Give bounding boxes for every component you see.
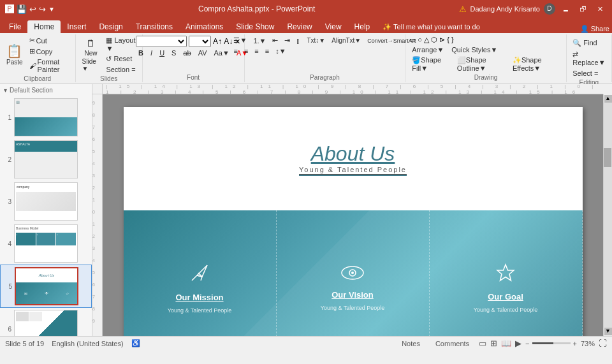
text-direction-button[interactable]: Txt↕▼ [304, 36, 328, 45]
columns-button[interactable]: ⫿ [294, 36, 303, 45]
reading-view-button[interactable]: 📖 [501, 339, 511, 348]
slide-item-2[interactable]: 2 ASHALTA [0, 138, 92, 180]
select-button[interactable]: Select = [570, 69, 608, 78]
shape-outline-button[interactable]: ⬜Shape Outline▼ [455, 55, 507, 73]
tab-slideshow[interactable]: Slide Show [229, 20, 280, 33]
restore-btn[interactable]: 🗗 [576, 4, 590, 14]
slide-item-5[interactable]: 5 About Us ✉ 👁 ☆ [0, 265, 92, 308]
tab-transitions[interactable]: Transitions [129, 20, 179, 33]
slides-buttons: 🗒 New Slide ▼ ▦ Layout ▼ ↺ Reset Section… [80, 36, 138, 74]
minimize-btn[interactable]: 🗕 [559, 4, 572, 14]
customize-icon[interactable]: ▼ [48, 6, 55, 13]
align-text-button[interactable]: AlignTxt▼ [329, 36, 363, 45]
tab-design[interactable]: Design [92, 20, 129, 33]
font-size-select[interactable] [189, 36, 211, 47]
slide-subtitle[interactable]: Young & Talented People [299, 166, 407, 176]
slide-item-3[interactable]: 3 company [0, 180, 92, 222]
cut-button[interactable]: ✂ Cut [27, 36, 71, 45]
tab-tell-me[interactable]: ✨ Tell me what you want to do [376, 21, 486, 33]
tab-insert[interactable]: Insert [61, 20, 92, 33]
copy-button[interactable]: ⊞ Copy [27, 47, 71, 56]
shadow-button[interactable]: S [169, 48, 178, 57]
zoom-out-button[interactable]: − [525, 340, 529, 347]
spacing-button[interactable]: AV [196, 48, 210, 57]
normal-view-button[interactable]: ▭ [479, 339, 486, 348]
copy-icon: ⊞ [29, 47, 35, 55]
tab-file[interactable]: File [3, 20, 27, 33]
status-bar: Slide 5 of 19 English (United States) ♿ … [0, 336, 612, 350]
increase-font-button[interactable]: A↑ [213, 37, 222, 46]
underline-button[interactable]: U [157, 48, 167, 57]
scroll-down-button[interactable]: ▼ [604, 328, 612, 335]
zoom-slider[interactable] [532, 342, 571, 344]
slide-item-1[interactable]: 1 🏢 [0, 96, 92, 138]
bullets-button[interactable]: ☰▼ [231, 36, 249, 45]
arrange-button[interactable]: Arrange▼ [409, 45, 446, 54]
zoom-level-label[interactable]: 73% [581, 340, 595, 347]
align-right-button[interactable]: ≡ [252, 47, 261, 55]
slide-thumb-1: 🏢 [14, 98, 78, 136]
slide-sorter-button[interactable]: ⊞ [490, 339, 497, 348]
tab-review[interactable]: Review [280, 20, 318, 33]
scroll-up-button[interactable]: ▲ [604, 95, 612, 103]
layout-button[interactable]: ▦ Layout ▼ [103, 36, 138, 53]
align-left-button[interactable]: ≡ [231, 47, 240, 55]
justify-button[interactable]: ≡ [263, 47, 272, 55]
bold-button[interactable]: B [136, 48, 146, 57]
scroll-thumb[interactable] [604, 148, 611, 167]
canvas-with-ruler: | 15 | 14 | 13 | 12 | 11 | 10 | 9 | 8 | … [92, 84, 612, 336]
format-painter-icon: 🖌 [29, 62, 36, 69]
section-button[interactable]: Section = [103, 65, 138, 74]
slide-thumb-6 [14, 310, 78, 336]
format-painter-button[interactable]: 🖌 Format Painter [27, 57, 71, 74]
slide-title[interactable]: About Us [311, 142, 395, 166]
canvas-scroll[interactable]: + About Us Young & Talented People [103, 94, 603, 336]
decrease-indent-button[interactable]: ⇤ [270, 36, 280, 45]
comments-button[interactable]: Comments [430, 339, 475, 349]
shape-effects-button[interactable]: ✨Shape Effects▼ [510, 55, 562, 73]
tab-home[interactable]: Home [27, 20, 61, 33]
goal-heading[interactable]: Our Goal [488, 292, 523, 302]
reset-button[interactable]: ↺ Reset [103, 54, 138, 64]
increase-indent-button[interactable]: ⇥ [282, 36, 293, 45]
vertical-scrollbar[interactable]: ▲ ▼ [603, 94, 612, 336]
canvas-main-row: 9 8 7 6 5 4 3 2 1 0 1 2 3 4 5 6 7 [92, 94, 612, 336]
numbering-button[interactable]: 1.▼ [251, 36, 268, 45]
new-slide-button[interactable]: 🗒 New Slide ▼ [80, 37, 103, 73]
case-button[interactable]: Aa▼ [212, 48, 232, 57]
scroll-track[interactable] [604, 103, 612, 328]
tab-animations[interactable]: Animations [179, 20, 229, 33]
slides-group: 🗒 New Slide ▼ ▦ Layout ▼ ↺ Reset Section… [76, 34, 143, 82]
replace-button[interactable]: ⇄ Replace▼ [570, 50, 608, 67]
shape-fill-button[interactable]: 🪣Shape Fill▼ [409, 55, 452, 73]
font-family-select[interactable] [136, 36, 187, 47]
find-button[interactable]: 🔍 Find [570, 38, 608, 48]
paste-button[interactable]: 📋 Paste [4, 43, 26, 67]
center-button[interactable]: ≡ [242, 47, 251, 55]
slide-item-4[interactable]: 4 Business Model ▪ ▪ ▪ [0, 222, 92, 265]
share-icon[interactable]: 👤 Share [580, 25, 609, 33]
tab-help[interactable]: Help [348, 20, 377, 33]
notes-button[interactable]: Notes [396, 339, 426, 349]
line-spacing-button[interactable]: ↕▼ [273, 47, 288, 55]
slide-item-6[interactable]: 6 [0, 308, 92, 336]
accessibility-icon: ♿ [131, 339, 140, 347]
tab-view[interactable]: View [319, 20, 348, 33]
italic-button[interactable]: I [148, 48, 155, 57]
vision-heading[interactable]: Our Vision [332, 290, 374, 300]
editing-group: 🔍 Find ⇄ Replace▼ Select = Editing [567, 34, 612, 82]
save-icon[interactable]: 💾 [17, 4, 27, 14]
ruler-scroll-corner [603, 84, 612, 94]
mission-heading[interactable]: Our Mission [175, 293, 223, 302]
strikethrough-button[interactable]: ab [180, 48, 193, 57]
fit-button[interactable]: ⛶ [599, 339, 607, 348]
title-bar-right: ⚠ Dadang Andy Krisanto D 🗕 🗗 ✕ [459, 3, 607, 15]
slide-thumb-5: About Us ✉ 👁 ☆ [15, 267, 78, 305]
close-btn[interactable]: ✕ [594, 4, 607, 15]
redo-icon[interactable]: ↪ [39, 4, 46, 14]
undo-icon[interactable]: ↩ [29, 4, 36, 14]
slideshow-button[interactable]: ▶ [515, 339, 521, 348]
slide-canvas: + About Us Young & Talented People [124, 107, 583, 336]
quick-styles-button[interactable]: Quick Styles▼ [449, 45, 500, 54]
zoom-in-button[interactable]: + [573, 340, 577, 347]
